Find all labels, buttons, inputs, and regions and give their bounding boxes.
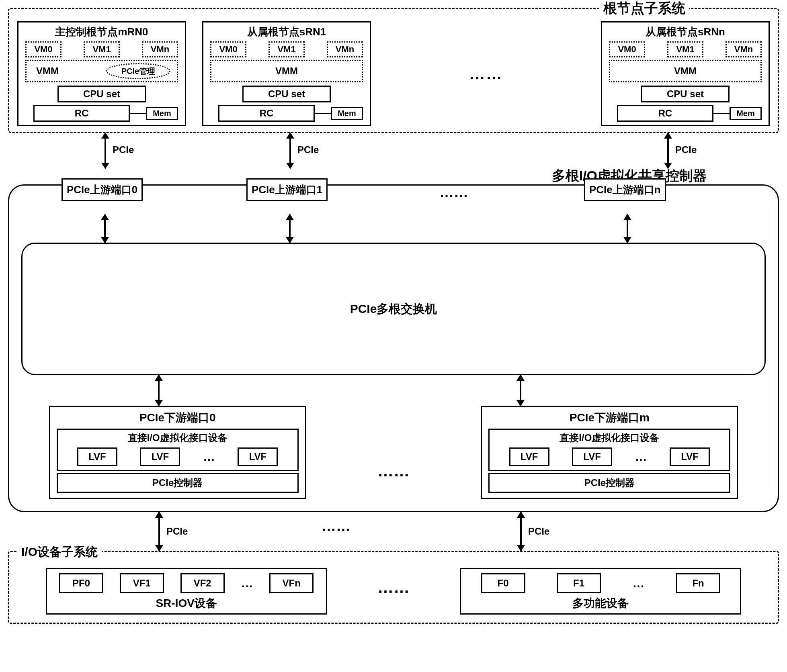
lvf-box: LVF bbox=[77, 447, 117, 466]
pcie-label: PCIe bbox=[113, 144, 134, 155]
multifunction-device: F0 F1 … Fn 多功能设备 bbox=[460, 568, 741, 615]
ellipsis: … bbox=[203, 450, 215, 464]
cpu-set-box: CPU set bbox=[641, 86, 730, 102]
rc-row: RC Mem bbox=[25, 105, 178, 122]
rc-mem-connector bbox=[315, 113, 331, 114]
lvf-box: LVF bbox=[572, 447, 612, 466]
rc-mem-connector bbox=[130, 113, 146, 114]
arrow-icon bbox=[158, 375, 160, 406]
mem-box: Mem bbox=[146, 107, 178, 120]
pcie-arrow-icon bbox=[289, 133, 291, 168]
downstream-port-title: PCIe下游端口0 bbox=[50, 407, 305, 429]
lvf-row: LVF LVF … LVF bbox=[490, 446, 729, 470]
switch-to-downstream-connectors bbox=[21, 375, 766, 406]
vm-box: VMn bbox=[142, 41, 178, 57]
pcie-arrow-icon bbox=[667, 133, 669, 168]
device-name: SR-IOV设备 bbox=[51, 593, 322, 612]
ellipsis: …… bbox=[377, 578, 410, 596]
vm-box: VM0 bbox=[25, 41, 61, 57]
downstream-port-row: PCIe下游端口0 直接I/O虚拟化接口设备 LVF LVF … LVF PCI… bbox=[21, 406, 766, 499]
sriov-device: PF0 VF1 VF2 … VFn SR-IOV设备 bbox=[46, 568, 327, 615]
pcie-management-oval: PCIe管理 bbox=[106, 63, 170, 79]
pcie-multiroot-switch: PCIe多根交换机 bbox=[21, 243, 766, 375]
vm-box: VM0 bbox=[609, 41, 645, 57]
direct-io-title: 直接I/O虚拟化接口设备 bbox=[490, 430, 729, 446]
root-node-subsystem: 根节点子系统 主控制根节点mRN0 VM0 VM1 VMn VMM PCIe管理… bbox=[8, 8, 779, 133]
rc-box: RC bbox=[617, 105, 713, 122]
vm-box: VM1 bbox=[84, 41, 120, 57]
direct-io-virtualization-device: 直接I/O虚拟化接口设备 LVF LVF … LVF bbox=[57, 429, 299, 471]
root-node-row: 主控制根节点mRN0 VM0 VM1 VMn VMM PCIe管理 CPU se… bbox=[17, 21, 770, 126]
vm-box: VM1 bbox=[667, 41, 703, 57]
pcie-controller-box: PCIe控制器 bbox=[57, 473, 299, 493]
lvf-box: LVF bbox=[509, 447, 549, 466]
root-node-srn1: 从属根节点sRN1 VM0 VM1 VMn VMM CPU set RC Mem bbox=[202, 21, 371, 126]
pcie-label: PCIe bbox=[675, 144, 697, 155]
ellipsis: …… bbox=[322, 518, 350, 535]
vmm-box: VMM bbox=[609, 60, 762, 82]
root-node-title: 从属根节点sRN1 bbox=[247, 25, 326, 39]
rc-box: RC bbox=[33, 105, 130, 122]
pcie-controller-box: PCIe控制器 bbox=[488, 473, 730, 493]
direct-io-virtualization-device: 直接I/O虚拟化接口设备 LVF LVF … LVF bbox=[488, 429, 730, 471]
arrow-icon bbox=[104, 214, 106, 243]
vm-row: VM0 VM1 VMn bbox=[609, 41, 762, 57]
cpu-set-box: CPU set bbox=[242, 86, 331, 102]
ellipsis: …… bbox=[371, 65, 601, 83]
arrow-icon bbox=[289, 214, 291, 243]
ellipsis: …… bbox=[439, 184, 468, 201]
pcie-label: PCIe bbox=[297, 144, 319, 155]
func-box: VF2 bbox=[180, 573, 225, 593]
root-node-title: 从属根节点sRNn bbox=[646, 25, 725, 39]
lvf-box: LVF bbox=[670, 447, 710, 466]
root-node-mrn0: 主控制根节点mRN0 VM0 VM1 VMn VMM PCIe管理 CPU se… bbox=[17, 21, 186, 126]
upstream-port-row: PCIe上游端口0 PCIe上游端口1 …… PCIe上游端口n bbox=[21, 188, 766, 212]
rc-row: RC Mem bbox=[210, 105, 363, 122]
ellipsis: … bbox=[241, 576, 253, 590]
io-device-subsystem: I/O设备子系统 PF0 VF1 VF2 … VFn SR-IOV设备 …… F… bbox=[8, 551, 779, 624]
rc-box: RC bbox=[218, 105, 315, 122]
io-subsystem-title: I/O设备子系统 bbox=[17, 544, 102, 560]
ellipsis: … bbox=[633, 576, 645, 590]
lvf-box: LVF bbox=[140, 447, 180, 466]
func-box: VFn bbox=[269, 573, 314, 593]
func-box: F1 bbox=[557, 573, 601, 593]
upstream-to-switch-connectors bbox=[21, 214, 766, 243]
pcie-label: PCIe bbox=[166, 526, 188, 537]
vm-row: VM0 VM1 VMn bbox=[210, 41, 363, 57]
arrow-icon bbox=[520, 375, 521, 406]
direct-io-title: 直接I/O虚拟化接口设备 bbox=[58, 430, 297, 446]
vmm-box: VMM PCIe管理 bbox=[25, 60, 178, 82]
arrow-icon bbox=[627, 214, 628, 243]
root-node-srnn: 从属根节点sRNn VM0 VM1 VMn VMM CPU set RC Mem bbox=[601, 21, 770, 126]
vm-box: VM1 bbox=[268, 41, 305, 57]
upstream-port-0: PCIe上游端口0 bbox=[61, 178, 143, 201]
ellipsis: …… bbox=[377, 462, 410, 480]
func-box: F0 bbox=[481, 573, 525, 593]
vm-box: VMn bbox=[726, 41, 762, 57]
cpu-set-box: CPU set bbox=[57, 86, 146, 102]
func-box: VF1 bbox=[120, 573, 164, 593]
ellipsis: … bbox=[635, 450, 647, 464]
vmm-label: VMM bbox=[674, 65, 697, 77]
vmm-label: VMM bbox=[275, 65, 298, 77]
io-device-row: PF0 VF1 VF2 … VFn SR-IOV设备 …… F0 F1 … Fn… bbox=[17, 564, 770, 617]
device-name: 多功能设备 bbox=[465, 593, 736, 612]
function-row: PF0 VF1 VF2 … VFn bbox=[51, 573, 322, 593]
downstream-port-title: PCIe下游端口m bbox=[482, 407, 737, 429]
root-subsystem-title: 根节点子系统 bbox=[599, 0, 689, 18]
vm-box: VM0 bbox=[210, 41, 246, 57]
function-row: F0 F1 … Fn bbox=[465, 573, 736, 593]
pcie-label: PCIe bbox=[528, 526, 549, 537]
pcie-connector-row-top: PCIe PCIe PCIe bbox=[8, 133, 779, 168]
lvf-box: LVF bbox=[238, 447, 278, 466]
vmm-box: VMM bbox=[210, 60, 363, 82]
vm-row: VM0 VM1 VMn bbox=[25, 41, 178, 57]
root-node-title: 主控制根节点mRN0 bbox=[55, 25, 148, 39]
multi-root-io-controller: PCIe上游端口0 PCIe上游端口1 …… PCIe上游端口n PCIe多根交… bbox=[8, 184, 779, 512]
vm-box: VMn bbox=[327, 41, 363, 57]
rc-row: RC Mem bbox=[609, 105, 762, 122]
diagram-root: 根节点子系统 主控制根节点mRN0 VM0 VM1 VMn VMM PCIe管理… bbox=[8, 8, 779, 624]
func-box: Fn bbox=[676, 573, 720, 593]
pcie-arrow-icon bbox=[105, 133, 106, 168]
